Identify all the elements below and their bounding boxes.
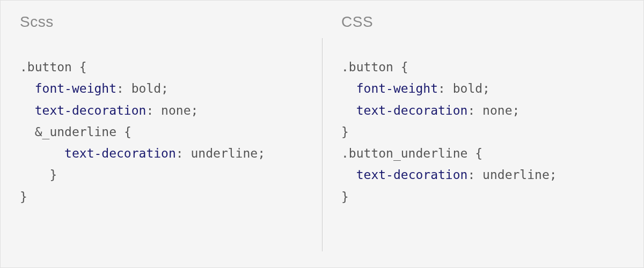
scss-code-block: .button { font-weight: bold; text-decora… <box>20 56 303 207</box>
css-code-block: .button { font-weight: bold; text-decora… <box>341 56 624 207</box>
scss-pane: Scss .button { font-weight: bold; text-d… <box>1 1 322 267</box>
pane-divider <box>322 38 323 251</box>
css-title: CSS <box>341 13 624 31</box>
css-pane: CSS .button { font-weight: bold; text-de… <box>322 1 643 267</box>
scss-title: Scss <box>20 13 303 31</box>
